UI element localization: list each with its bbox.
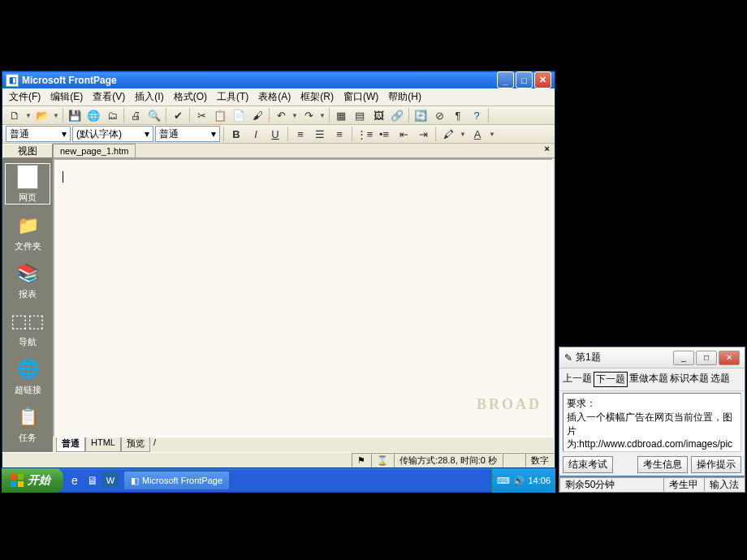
menu-window[interactable]: 窗口(W) <box>339 88 383 106</box>
exam-close-button[interactable]: ✕ <box>719 351 740 365</box>
menu-table[interactable]: 表格(A) <box>253 88 296 106</box>
tab-preview[interactable]: 预览 <box>121 437 150 452</box>
view-page[interactable]: 网页 <box>5 163 50 205</box>
table-button[interactable]: ▤ <box>351 106 369 124</box>
align-center-button[interactable]: ☰ <box>311 125 329 143</box>
view-tasks[interactable]: 📋任务 <box>5 404 50 444</box>
style-combo[interactable]: 普通▾ <box>6 126 71 142</box>
italic-button[interactable]: I <box>247 125 265 143</box>
paste-button[interactable]: 📄 <box>230 106 248 124</box>
view-hyperlinks[interactable]: 🌐超链接 <box>5 356 50 396</box>
exam-req-text: 插入一个横幅广告在网页当前位置，图片为:http://www.cdbroad.c… <box>567 411 737 452</box>
exam-maximize-button[interactable]: □ <box>696 351 717 365</box>
publish-button[interactable]: 🌐 <box>84 106 102 124</box>
redo-question-link[interactable]: 重做本题 <box>629 372 668 387</box>
font-combo[interactable]: (默认字体)▾ <box>72 126 153 142</box>
exam-question-body[interactable]: 要求： 插入一个横幅广告在网页当前位置，图片为:http://www.cdbro… <box>563 393 741 452</box>
print-button[interactable]: 🖨 <box>127 106 145 124</box>
numbered-list-button[interactable]: ⋮≡ <box>356 125 374 143</box>
save-button[interactable]: 💾 <box>66 106 84 124</box>
menu-format[interactable]: 格式(O) <box>169 88 212 106</box>
view-navigation[interactable]: ⬚⬚导航 <box>5 308 50 348</box>
cut-button[interactable]: ✂ <box>192 106 210 124</box>
editor-canvas[interactable]: BROAD <box>53 158 553 437</box>
refresh-button[interactable]: 🔄 <box>412 106 430 124</box>
view-reports[interactable]: 📚报表 <box>5 261 50 300</box>
align-left-button[interactable]: ≡ <box>291 125 309 143</box>
menu-view[interactable]: 查看(V) <box>88 88 130 106</box>
outdent-button[interactable]: ⇤ <box>395 125 412 143</box>
word-icon[interactable]: W <box>102 472 119 489</box>
tab-normal[interactable]: 普通 <box>56 437 85 452</box>
undo-dropdown[interactable]: ▼ <box>291 112 299 119</box>
redo-dropdown[interactable]: ▼ <box>318 112 326 119</box>
next-question-link[interactable]: 下一题 <box>594 372 628 387</box>
task-frontpage[interactable]: ◧Microsoft FrontPage <box>123 471 230 490</box>
select-question-link[interactable]: 选题 <box>710 372 730 387</box>
mark-question-link[interactable]: 标识本题 <box>670 372 709 387</box>
prev-question-link[interactable]: 上一题 <box>563 372 592 387</box>
system-tray[interactable]: ⌨ 🔊 14:06 <box>491 468 555 493</box>
new-button[interactable]: 🗋 <box>6 106 24 124</box>
doc-close-button[interactable]: × <box>540 144 555 157</box>
redo-button[interactable]: ↷ <box>300 106 317 124</box>
new-dropdown[interactable]: ▼ <box>24 112 32 119</box>
highlight-dropdown[interactable]: ▼ <box>459 131 467 138</box>
close-button[interactable]: ✕ <box>534 71 551 88</box>
size-combo[interactable]: 普通▾ <box>155 126 220 142</box>
show-all-button[interactable]: ¶ <box>449 106 467 124</box>
copy-button[interactable]: 📋 <box>211 106 229 124</box>
taskbar: 开始 e 🖥 W ◧Microsoft FrontPage ⌨ 🔊 14:06 <box>2 468 555 493</box>
indent-button[interactable]: ⇥ <box>414 125 432 143</box>
menu-help[interactable]: 帮助(H) <box>383 88 426 106</box>
hyperlink-button[interactable]: 🔗 <box>388 106 406 124</box>
desktop-icon[interactable]: 🖥 <box>84 472 101 489</box>
maximize-button[interactable]: □ <box>516 71 533 88</box>
undo-button[interactable]: ↶ <box>272 106 290 124</box>
menu-frame[interactable]: 框架(R) <box>296 88 339 106</box>
watermark: BROAD <box>477 396 542 413</box>
preview-button[interactable]: 🔍 <box>145 106 163 124</box>
stop-button[interactable]: ⊘ <box>430 106 448 124</box>
page-icon <box>15 164 41 190</box>
picture-button[interactable]: 🖼 <box>369 106 387 124</box>
doc-tab[interactable]: new_page_1.htm <box>53 144 136 157</box>
view-folders[interactable]: 📁文件夹 <box>5 213 50 252</box>
exam-minimize-button[interactable]: _ <box>673 351 694 365</box>
align-right-button[interactable]: ≡ <box>330 125 348 143</box>
menu-file[interactable]: 文件(F) <box>4 88 45 106</box>
highlight-button[interactable]: 🖍 <box>439 125 457 143</box>
tray-volume-icon[interactable]: 🔊 <box>513 476 525 486</box>
menu-tools[interactable]: 工具(T) <box>212 88 253 106</box>
spell-button[interactable]: ✔ <box>169 106 187 124</box>
exam-titlebar[interactable]: ✎ 第1题 _ □ ✕ <box>559 347 745 368</box>
tray-lang-icon[interactable]: ⌨ <box>497 476 510 486</box>
end-exam-button[interactable]: 结束考试 <box>563 456 613 473</box>
component-button[interactable]: ▦ <box>332 106 350 124</box>
help-button[interactable]: ? <box>468 106 486 124</box>
bulleted-list-button[interactable]: •≡ <box>375 125 393 143</box>
start-button[interactable]: 开始 <box>2 468 63 493</box>
tab-html[interactable]: HTML <box>85 437 121 452</box>
views-bar: 视图 网页 📁文件夹 📚报表 ⬚⬚导航 🌐超链接 📋任务 <box>2 144 53 452</box>
format-painter-button[interactable]: 🖌 <box>248 106 266 124</box>
ime-status[interactable]: 输入法 <box>704 477 745 492</box>
svg-rect-3 <box>18 481 24 487</box>
menu-insert[interactable]: 插入(I) <box>130 88 168 106</box>
bold-button[interactable]: B <box>227 125 245 143</box>
menu-edit[interactable]: 编辑(E) <box>45 88 88 106</box>
minimize-button[interactable]: _ <box>497 71 514 88</box>
exam-actions: 结束考试 考生信息 操作提示 <box>559 454 745 476</box>
folder-button[interactable]: 🗂 <box>103 106 121 124</box>
status-icon2: ⌛ <box>371 453 394 467</box>
hint-button[interactable]: 操作提示 <box>691 456 741 473</box>
ie-icon[interactable]: e <box>67 472 83 489</box>
exam-icon: ✎ <box>564 352 572 364</box>
titlebar[interactable]: ◧ Microsoft FrontPage _ □ ✕ <box>2 71 555 88</box>
open-dropdown[interactable]: ▼ <box>52 112 60 119</box>
font-color-button[interactable]: A <box>468 125 486 143</box>
font-color-dropdown[interactable]: ▼ <box>488 131 496 138</box>
open-button[interactable]: 📂 <box>33 106 51 124</box>
candidate-info-button[interactable]: 考生信息 <box>637 456 688 473</box>
underline-button[interactable]: U <box>266 125 284 143</box>
